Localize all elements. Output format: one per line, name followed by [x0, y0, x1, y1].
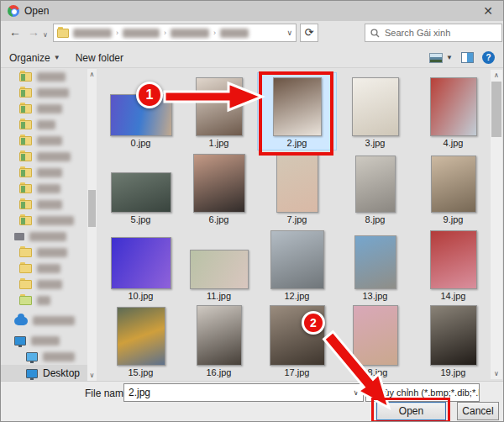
sidebar-folder-item[interactable] — [1, 293, 88, 309]
file-thumbnail[interactable] — [431, 156, 476, 213]
file-item[interactable]: 16.jpg — [180, 303, 258, 379]
file-thumbnail[interactable] — [352, 77, 399, 136]
file-item[interactable]: 6.jpg — [180, 150, 258, 226]
sidebar-item-this-pc[interactable] — [1, 333, 88, 349]
file-thumbnail[interactable] — [355, 156, 396, 213]
file-thumbnail[interactable] — [193, 154, 245, 213]
scroll-up-icon[interactable]: ∧ — [491, 71, 502, 79]
file-name-label: 11.jpg — [207, 291, 231, 302]
refresh-icon[interactable]: ⟳ — [300, 24, 318, 42]
cancel-button[interactable]: Cancel — [457, 402, 499, 420]
new-folder-label: New folder — [76, 52, 123, 64]
file-item[interactable]: 13.jpg — [336, 226, 414, 303]
file-item[interactable]: 5.jpg — [102, 150, 180, 226]
sidebar-folder-item[interactable] — [1, 165, 88, 181]
sidebar-folder-item[interactable] — [1, 245, 88, 261]
file-thumbnail[interactable] — [270, 230, 324, 289]
breadcrumb-segment-blurred[interactable] — [220, 29, 249, 38]
folder-icon — [19, 72, 32, 82]
folder-icon — [19, 248, 32, 257]
blurred-label — [29, 232, 66, 241]
file-item[interactable]: 8.jpg — [336, 150, 414, 226]
search-box[interactable] — [365, 24, 502, 42]
blurred-label — [37, 216, 74, 225]
nav-history-chevron-icon[interactable]: ∨ — [43, 29, 48, 42]
file-name-label: 7.jpg — [287, 214, 307, 225]
sidebar-folder-item[interactable] — [1, 197, 88, 213]
sidebar-item[interactable] — [1, 349, 88, 365]
command-toolbar: Organize ▼ New folder ▼ ? — [1, 48, 503, 68]
folder-icon — [19, 200, 32, 209]
file-thumbnail[interactable] — [111, 237, 171, 289]
back-icon[interactable]: ← — [9, 25, 21, 39]
scrollbar-thumb[interactable] — [88, 190, 96, 227]
forward-icon[interactable]: → — [28, 25, 39, 39]
title-bar: Open ✕ — [1, 1, 503, 21]
sidebar-item[interactable] — [1, 229, 88, 245]
open-dialog-window: Open ✕ ← → ∨ ↑ › › › ∨ ⟳ — [0, 0, 504, 422]
file-thumbnail[interactable] — [111, 172, 171, 213]
file-item[interactable]: 12.jpg — [258, 226, 336, 303]
file-thumbnail[interactable] — [190, 250, 249, 289]
file-name-label: 15.jpg — [129, 367, 154, 378]
file-thumbnail[interactable] — [117, 307, 165, 366]
scrollbar-thumb[interactable] — [491, 82, 501, 137]
file-thumbnail[interactable] — [430, 305, 477, 366]
sidebar-folder-item[interactable] — [1, 117, 88, 133]
blurred-label — [37, 88, 69, 98]
file-item[interactable]: 10.jpg — [102, 226, 180, 303]
file-item[interactable]: 7.jpg — [258, 150, 336, 226]
breadcrumb-segment-blurred[interactable] — [123, 29, 160, 38]
scroll-down-icon[interactable]: ∨ — [87, 372, 97, 379]
file-name-label: 14.jpg — [441, 291, 466, 302]
scroll-up-icon[interactable]: ∧ — [87, 71, 97, 78]
file-item[interactable]: 15.jpg — [102, 303, 180, 379]
search-input[interactable] — [385, 28, 481, 38]
blurred-label — [37, 264, 60, 273]
file-item[interactable]: 11.jpg — [180, 226, 258, 303]
close-icon[interactable]: ✕ — [480, 5, 496, 17]
file-name-label: 0.jpg — [131, 138, 151, 149]
organize-label: Organize — [9, 52, 50, 64]
sidebar-item-cloud[interactable] — [1, 313, 88, 329]
file-thumbnail[interactable] — [430, 230, 477, 289]
file-item[interactable]: 19.jpg — [414, 303, 492, 379]
sidebar-folder-item[interactable] — [1, 261, 88, 277]
file-thumbnail[interactable] — [197, 305, 242, 366]
breadcrumb-segment-blurred[interactable] — [73, 29, 112, 38]
file-name-label: 5.jpg — [131, 214, 151, 225]
file-item[interactable]: 14.jpg — [414, 226, 492, 303]
file-item[interactable]: 9.jpg — [414, 150, 492, 226]
desktop-icon — [26, 369, 38, 378]
new-folder-button[interactable]: New folder — [76, 52, 123, 64]
sidebar-item-desktop[interactable]: Desktop — [1, 365, 88, 381]
sidebar-folder-item[interactable] — [1, 69, 88, 85]
preview-pane-icon[interactable] — [461, 52, 474, 63]
sidebar-folder-item[interactable] — [1, 133, 88, 149]
sidebar-folder-item[interactable] — [1, 181, 88, 197]
file-thumbnail[interactable] — [354, 235, 396, 289]
blurred-label — [37, 72, 66, 82]
scroll-down-icon[interactable]: ∨ — [491, 370, 502, 377]
address-dropdown-chevron-icon[interactable]: ∨ — [286, 29, 292, 37]
organize-button[interactable]: Organize ▼ — [9, 52, 60, 64]
sidebar-scrollbar[interactable]: ∧ ∨ — [87, 69, 97, 381]
change-view-button[interactable]: ▼ — [429, 53, 453, 63]
file-name-label: 10.jpg — [129, 291, 154, 302]
file-list-scrollbar[interactable]: ∧ ∨ — [491, 70, 502, 379]
address-bar[interactable]: › › › ∨ — [53, 24, 297, 42]
sidebar-folder-item[interactable] — [1, 85, 88, 101]
file-thumbnail[interactable] — [276, 154, 318, 213]
sidebar-folder-item[interactable] — [1, 101, 88, 117]
help-icon[interactable]: ? — [482, 51, 495, 64]
folder-icon — [19, 264, 32, 273]
file-thumbnail[interactable] — [430, 77, 477, 136]
folder-icon — [19, 120, 32, 129]
breadcrumb-segment-blurred[interactable] — [171, 29, 209, 38]
file-name-label: 17.jpg — [285, 367, 310, 378]
sidebar-folder-item[interactable] — [1, 149, 88, 165]
sidebar-folder-item[interactable] — [1, 277, 88, 293]
sidebar-folder-item[interactable] — [1, 213, 88, 229]
file-item[interactable]: 3.jpg — [336, 73, 414, 150]
file-item[interactable]: 4.jpg — [414, 73, 492, 150]
